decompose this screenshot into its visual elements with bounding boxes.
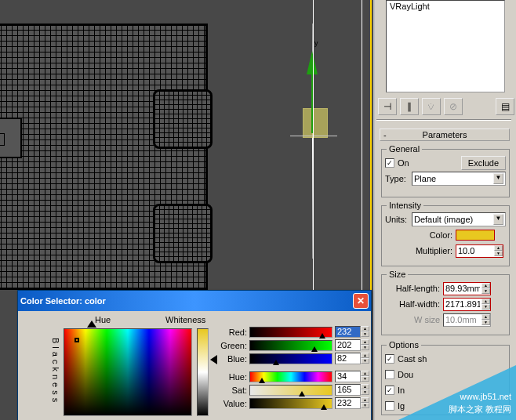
size-group: Size Half-length: ▲▼ Half-width: ▲▼ W si…	[381, 274, 510, 335]
general-group: General ✓ On Exclude Type: Plane ▼	[381, 149, 510, 197]
selected-object-name: VRayLight	[387, 1, 504, 12]
pin-stack-button[interactable]: ⊣	[378, 98, 397, 115]
sat-slider[interactable]	[249, 385, 332, 396]
blue-value[interactable]: 82	[335, 353, 361, 364]
chevron-down-icon: ▼	[493, 173, 503, 184]
units-value: Default (image)	[414, 215, 473, 224]
whiteness-header-label: Whiteness	[165, 315, 205, 324]
spinner-up-icon[interactable]: ▲	[361, 339, 369, 345]
spinner-up-icon[interactable]: ▲	[494, 245, 503, 251]
green-slider[interactable]	[249, 340, 332, 351]
sat-value[interactable]: 165	[335, 384, 361, 396]
invisible-checkbox[interactable]: ✓	[385, 386, 394, 395]
hue-value[interactable]: 34	[335, 371, 361, 382]
double-sided-checkbox[interactable]	[385, 370, 394, 379]
color-swatch[interactable]	[456, 230, 495, 241]
object-name-panel: VRayLight	[386, 0, 505, 92]
half-width-label: Half-width:	[385, 299, 440, 309]
cast-label: Cast sh	[398, 354, 427, 364]
half-length-spinner[interactable]: ▲▼	[443, 282, 491, 295]
spinner-up-icon[interactable]: ▲	[361, 397, 369, 403]
intensity-title: Intensity	[387, 201, 423, 210]
slider-thumb-icon[interactable]	[321, 404, 327, 410]
units-dropdown[interactable]: Default (image) ▼	[412, 212, 506, 226]
spinner-down-icon[interactable]: ▼	[361, 345, 369, 350]
divider	[376, 119, 511, 121]
half-width-input[interactable]	[444, 299, 481, 310]
make-unique-button[interactable]: ⩒	[422, 98, 441, 115]
w-size-input	[444, 314, 481, 325]
spinner-up-icon[interactable]: ▲	[361, 326, 369, 331]
spinner-down-icon[interactable]: ▼	[361, 389, 369, 395]
intensity-group: Intensity Units: Default (image) ▼ Color…	[381, 205, 510, 266]
exclude-button[interactable]: Exclude	[461, 156, 506, 170]
blue-label: Blue:	[217, 354, 247, 364]
whiteness-marker-icon[interactable]	[210, 355, 217, 364]
green-value[interactable]: 202	[335, 339, 361, 351]
color-selector-dialog: Color Selector: color ✕ Hue Whiteness Bl…	[17, 290, 372, 420]
half-width-spinner[interactable]: ▲▼	[443, 298, 491, 311]
whiteness-bar[interactable]	[197, 328, 209, 416]
hue-top-marker-icon	[87, 320, 96, 328]
hue-whiteness-field[interactable]	[64, 328, 192, 416]
slider-thumb-icon[interactable]	[319, 333, 325, 339]
multiplier-input[interactable]	[456, 245, 494, 256]
half-length-label: Half-length:	[385, 284, 440, 293]
gizmo-cross	[290, 136, 337, 136]
spinner-up-icon[interactable]: ▲	[481, 283, 490, 288]
hue-label: Hue:	[217, 372, 247, 382]
value-slider[interactable]	[249, 398, 332, 409]
color-label: Color:	[385, 230, 452, 240]
blue-slider[interactable]	[249, 353, 332, 364]
configure-modifier-button[interactable]: ▤	[496, 98, 514, 115]
watermark: www.jb51.net 脚本之家 教程网	[398, 365, 516, 420]
red-slider[interactable]	[249, 327, 332, 338]
value-value[interactable]: 232	[335, 397, 361, 409]
red-value[interactable]: 232	[335, 326, 361, 338]
spinner-up-icon[interactable]: ▲	[481, 299, 490, 304]
spinner-up-icon[interactable]: ▲	[361, 384, 369, 389]
spinner-down-icon[interactable]: ▼	[361, 403, 369, 408]
spinner-down-icon[interactable]: ▼	[361, 331, 369, 337]
scene-object-frame	[0, 118, 22, 158]
size-title: Size	[387, 270, 408, 279]
light-gizmo[interactable]: y	[274, 24, 369, 259]
spinner-down-icon: ▼	[481, 320, 490, 325]
ignore-checkbox[interactable]	[385, 401, 394, 411]
slider-thumb-icon[interactable]	[259, 378, 265, 383]
w-size-spinner: ▲▼	[443, 313, 491, 327]
on-checkbox[interactable]: ✓	[385, 158, 394, 168]
spinner-up-icon[interactable]: ▲	[361, 371, 369, 376]
parameters-rollout-header[interactable]: Parameters	[380, 129, 510, 141]
spinner-down-icon[interactable]: ▼	[481, 288, 490, 294]
dialog-titlebar[interactable]: Color Selector: color ✕	[18, 291, 371, 311]
dialog-title: Color Selector: color	[20, 296, 106, 306]
remove-modifier-button[interactable]: ⊘	[444, 98, 463, 115]
slider-thumb-icon[interactable]	[311, 346, 318, 352]
spinner-up-icon: ▲	[481, 314, 490, 320]
slider-thumb-icon[interactable]	[299, 391, 305, 396]
cast-shadows-checkbox[interactable]: ✓	[385, 354, 394, 364]
axis-label-y: y	[314, 39, 318, 47]
chevron-down-icon: ▼	[493, 214, 503, 225]
show-end-result-button[interactable]: ∥	[400, 98, 419, 115]
rgb-hsv-panel: Red: 232 ▲▼ Green: 202 ▲▼ Blue: 82 ▲▼ Hu…	[217, 325, 369, 410]
multiplier-spinner[interactable]: ▲▼	[456, 244, 503, 258]
light-selection-box	[303, 108, 328, 138]
half-length-input[interactable]	[444, 283, 481, 294]
close-button[interactable]: ✕	[353, 293, 369, 309]
on-label: On	[398, 158, 409, 168]
spinner-down-icon[interactable]: ▼	[361, 358, 369, 364]
value-label: Value:	[217, 399, 247, 408]
color-field-marker-icon[interactable]	[74, 338, 79, 342]
spinner-up-icon[interactable]: ▲	[361, 353, 369, 358]
spinner-down-icon[interactable]: ▼	[361, 376, 369, 382]
options-title: Options	[387, 340, 421, 349]
spinner-down-icon[interactable]: ▼	[481, 304, 490, 310]
type-dropdown[interactable]: Plane ▼	[412, 172, 506, 186]
spinner-down-icon[interactable]: ▼	[494, 251, 503, 256]
hue-header-label: Hue	[95, 315, 111, 324]
hue-slider[interactable]	[249, 371, 332, 382]
slider-thumb-icon[interactable]	[273, 360, 279, 365]
scene-object-box-2	[153, 204, 213, 263]
